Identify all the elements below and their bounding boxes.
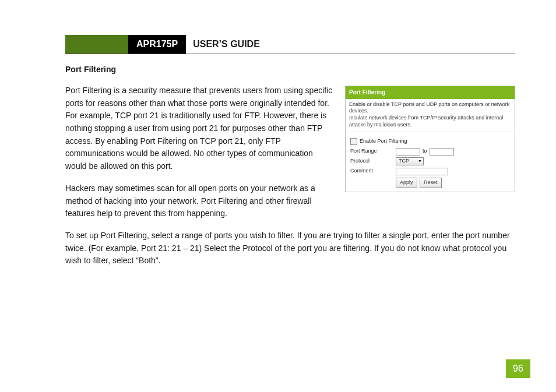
- guide-title: USER’S GUIDE: [186, 35, 267, 54]
- enable-checkbox[interactable]: [350, 138, 357, 145]
- screenshot-title: Port Filtering: [346, 86, 515, 99]
- product-code: APR175P: [128, 35, 186, 54]
- paragraph-3: To set up Port Filtering, select a range…: [65, 229, 515, 267]
- button-row: Apply Reset: [350, 178, 510, 188]
- title-accent-bar: [65, 35, 128, 54]
- reset-button[interactable]: Reset: [420, 178, 442, 188]
- port-to-input[interactable]: [430, 148, 454, 156]
- screenshot-desc-line1: Enable or disable TCP ports and UDP port…: [349, 101, 509, 114]
- protocol-row: Protocol TCP ▼: [350, 157, 510, 165]
- section-heading: Port Filtering: [65, 65, 515, 74]
- port-filtering-screenshot: Port Filtering Enable or disable TCP por…: [345, 86, 515, 192]
- comment-row: Comment: [350, 167, 510, 175]
- enable-row: Enable Port Filtering: [350, 137, 510, 146]
- comment-input[interactable]: [396, 168, 448, 175]
- to-label: to: [423, 147, 427, 156]
- enable-label: Enable Port Filtering: [360, 137, 407, 146]
- port-range-label: Port Range: [350, 147, 396, 156]
- apply-button[interactable]: Apply: [396, 178, 417, 188]
- protocol-label: Protocol: [350, 157, 396, 165]
- title-bar: APR175P USER’S GUIDE: [65, 35, 515, 54]
- screenshot-desc-line2: Insulate network devices from TCP/IP sec…: [349, 115, 503, 128]
- port-from-input[interactable]: [396, 148, 420, 156]
- screenshot-form: Enable Port Filtering Port Range to Prot…: [346, 132, 515, 192]
- screenshot-description: Enable or disable TCP ports and UDP port…: [346, 99, 515, 133]
- port-range-row: Port Range to: [350, 147, 510, 156]
- protocol-value: TCP: [399, 157, 409, 165]
- page-number: 96: [506, 359, 530, 378]
- comment-label: Comment: [350, 167, 396, 175]
- body-content: Port Filtering Enable or disable TCP por…: [65, 84, 515, 277]
- dropdown-arrow-icon: ▼: [418, 158, 422, 165]
- protocol-select[interactable]: TCP ▼: [396, 157, 424, 165]
